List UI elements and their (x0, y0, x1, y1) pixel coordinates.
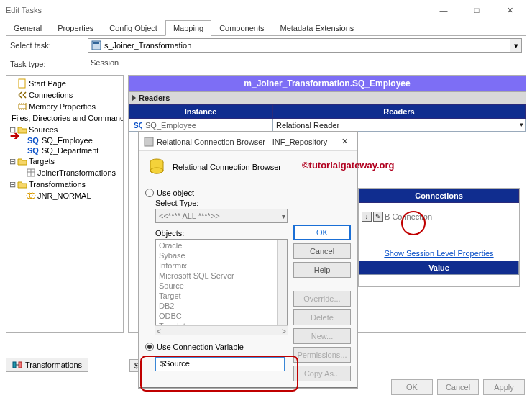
objects-listbox[interactable]: Oracle Sybase Informix Microsoft SQL Ser… (155, 239, 288, 325)
collapse-icon[interactable]: ⊟ (9, 157, 16, 166)
app-icon (144, 137, 154, 147)
join-icon (26, 191, 36, 201)
minimize-button[interactable]: ― (427, 0, 460, 20)
objects-label: Objects: (155, 229, 288, 238)
tree-sources[interactable]: Sources (29, 125, 58, 134)
show-session-props-link[interactable]: Show Session Level Properties (359, 246, 519, 261)
vertical-scrollbar[interactable] (277, 240, 287, 325)
window-title: Edit Tasks (6, 6, 427, 14)
task-type-label: Task type: (10, 60, 82, 68)
ok-button[interactable]: OK (293, 225, 351, 240)
svg-rect-2 (19, 79, 25, 88)
main-tabs: General Properties Config Object Mapping… (6, 20, 526, 36)
use-connection-variable-radio[interactable]: Use Connection Variable (145, 343, 288, 351)
row-instance[interactable]: SQ_Employee (142, 119, 272, 132)
transformations-tab[interactable]: Transformations (6, 358, 88, 372)
readers-section[interactable]: Readers (129, 91, 526, 104)
tab-components[interactable]: Components (211, 20, 272, 35)
new-button[interactable]: New... (293, 328, 351, 344)
sq-icon: SQ (26, 136, 40, 145)
tab-config-object[interactable]: Config Object (101, 20, 165, 35)
connections-header: Connections (359, 189, 519, 203)
svg-rect-12 (145, 137, 153, 146)
memory-icon (17, 101, 27, 112)
dialog-title: Relational Connection Browser - INF_Repo… (154, 137, 336, 146)
folder-icon (17, 156, 27, 166)
tree-sq-employee[interactable]: SQ_Employee (42, 136, 93, 145)
select-task-label: Select task: (10, 41, 82, 50)
footer-cancel-button[interactable]: Cancel (437, 379, 479, 395)
delete-button[interactable]: Delete (293, 309, 351, 325)
help-button[interactable]: Help (293, 262, 351, 278)
override-button[interactable]: Override... (293, 291, 351, 307)
tree-files[interactable]: Files, Directories and Commands (12, 114, 124, 122)
chevron-down-icon[interactable]: ▾ (520, 121, 523, 128)
connection-edit-button[interactable]: ✎ (373, 212, 383, 222)
use-object-radio[interactable]: Use object (145, 189, 288, 197)
tab-mapping[interactable]: Mapping (165, 20, 211, 36)
connections-icon (17, 90, 27, 100)
svg-rect-10 (13, 362, 16, 368)
db-icon (147, 157, 167, 177)
svg-rect-0 (92, 41, 101, 50)
connection-lookup-button[interactable]: ↓ (362, 212, 372, 222)
tab-metadata-extensions[interactable]: Metadata Extensions (272, 20, 362, 35)
horizontal-scrollbar[interactable]: <> (155, 325, 288, 335)
tree-connections[interactable]: Connections (29, 91, 73, 99)
transform-icon (12, 360, 22, 370)
watermark: ©tutorialgateway.org (302, 160, 395, 171)
tree-jnr-normal[interactable]: JNR_NORMAL (37, 191, 91, 200)
cancel-button[interactable]: Cancel (293, 243, 351, 259)
select-type-combo[interactable]: <<**** ALL ****>>▾ (155, 209, 288, 223)
svg-rect-3 (19, 104, 26, 109)
footer-ok-button[interactable]: OK (391, 379, 433, 395)
close-button[interactable]: ✕ (493, 0, 526, 20)
tree-sq-department[interactable]: SQ_Department (42, 146, 98, 155)
row-reader-cell[interactable]: Relational Reader ▾ (272, 119, 526, 132)
maximize-button[interactable]: □ (460, 0, 493, 20)
tree-memory[interactable]: Memory Properties (29, 102, 96, 111)
page-icon (17, 78, 27, 89)
value-header: Value (359, 261, 519, 275)
annotation-arrow: ➔ (10, 129, 19, 143)
footer-apply-button[interactable]: Apply (483, 379, 525, 395)
sq-icon: SQ (26, 146, 40, 155)
copy-as-button[interactable]: Copy As... (293, 366, 351, 381)
collapse-icon[interactable]: ⊟ (9, 180, 16, 189)
permissions-button[interactable]: Permissions... (293, 347, 351, 363)
tab-general[interactable]: General (6, 20, 50, 35)
folder-icon (17, 179, 27, 189)
tree-transformations[interactable]: Transformations (29, 180, 86, 189)
select-task-value: s_Joiner_Transformation (101, 41, 191, 50)
tree-start-page[interactable]: Start Page (29, 79, 66, 88)
svg-rect-11 (19, 362, 22, 368)
select-task-combo[interactable]: s_Joiner_Transformation ▾ (88, 38, 522, 53)
connection-variable-input[interactable]: $Source (155, 357, 285, 371)
svg-rect-1 (93, 42, 99, 44)
task-type-value: Session (88, 57, 522, 71)
col-instance-header: Instance (129, 104, 272, 119)
dialog-close-button[interactable]: ✕ (336, 137, 352, 146)
panel-header: m_Joiner_Transformation.SQ_Employee (129, 76, 526, 91)
chevron-down-icon[interactable]: ▾ (510, 39, 521, 52)
tree-targets[interactable]: Targets (29, 157, 55, 166)
col-readers-header: Readers (272, 104, 526, 119)
connections-panel: Connections ↓ ✎ B Connection Show Sessio… (358, 188, 520, 287)
tree-joiner-trans[interactable]: JoinerTransformations (37, 168, 116, 177)
db-connection-text: B Connection (385, 212, 432, 221)
select-type-label: Select Type: (155, 199, 288, 207)
chevron-down-icon[interactable]: ▾ (282, 212, 285, 220)
dialog-subtitle: Relational Connection Browser (173, 163, 281, 171)
tab-properties[interactable]: Properties (50, 20, 101, 35)
table-icon (26, 168, 36, 178)
task-icon (91, 40, 101, 50)
navigation-tree: Start Page Connections Memory Properties… (6, 75, 124, 333)
